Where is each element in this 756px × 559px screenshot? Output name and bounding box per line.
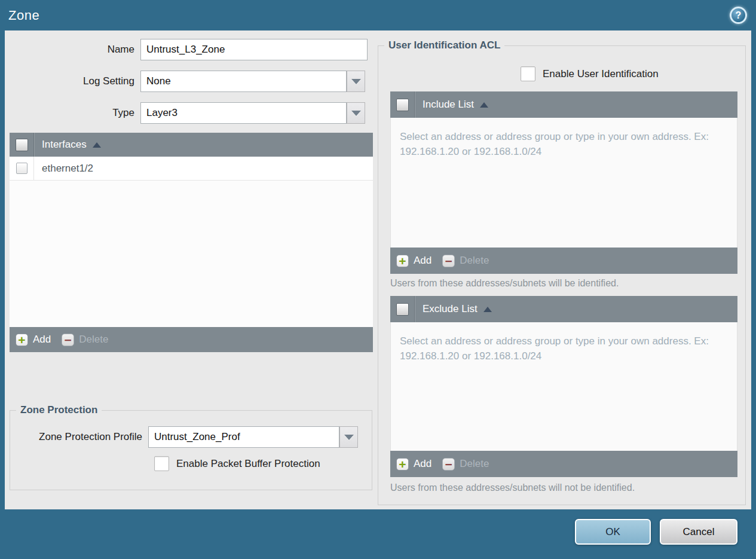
chevron-down-icon [351,111,361,116]
dialog-titlebar: Zone ? [0,0,756,30]
name-input[interactable] [140,39,368,60]
delete-interface-button[interactable]: − Delete [62,334,108,346]
plus-icon: + [396,458,409,471]
type-dropdown-button[interactable] [347,102,365,124]
plus-icon: + [396,255,409,267]
row-checkbox[interactable] [16,163,27,174]
log-setting-row: Log Setting None [5,71,365,92]
delete-include-address-button[interactable]: − Delete [442,255,489,267]
exclude-list-header: Exclude List [390,296,737,322]
help-icon[interactable]: ? [730,7,747,24]
type-combobox[interactable]: Layer3 [140,102,347,124]
include-list-header: Include List [390,91,737,118]
exclude-list-note: Users from these addresses/subnets will … [390,482,635,493]
log-setting-label: Log Setting [5,75,140,87]
interfaces-table-body: ethernet1/2 [10,157,373,327]
interface-name: ethernet1/2 [42,163,93,175]
add-label: Add [414,255,431,267]
chevron-down-icon [351,79,361,84]
select-all-checkbox[interactable] [16,139,28,151]
zone-protection-section: Zone Protection Zone Protection Profile … [10,410,372,490]
include-list-note: Users from these addresses/subnets will … [390,278,619,289]
minus-icon: − [442,255,455,267]
user-identification-acl-legend: User Identification ACL [384,39,504,51]
include-header-checkbox-cell [390,91,415,118]
minus-icon: − [442,458,455,471]
sort-ascending-icon[interactable] [480,102,488,108]
delete-label: Delete [460,458,489,470]
log-setting-combobox[interactable]: None [140,71,347,92]
zone-dialog: Zone ? Name Log Setting None Type Layer3 [0,0,756,559]
include-list-table: Include List Select an address or addres… [390,91,737,274]
type-label: Type [5,107,140,119]
exclude-list-table: Exclude List Select an address or addres… [390,296,737,477]
row-checkbox-cell [10,157,34,180]
include-list-placeholder: Select an address or address group or ty… [391,118,737,159]
chevron-down-icon [344,435,354,440]
type-row: Type Layer3 [5,102,365,124]
enable-packet-buffer-protection-checkbox[interactable] [154,456,169,471]
zone-protection-profile-label: Zone Protection Profile [10,431,148,443]
zone-protection-legend: Zone Protection [16,404,102,416]
interfaces-table-header: Interfaces [10,133,373,157]
plus-icon: + [16,334,28,346]
select-all-checkbox[interactable] [396,99,409,111]
packet-buffer-protection-label: Enable Packet Buffer Protection [176,458,320,470]
cancel-button[interactable]: Cancel [660,519,737,545]
exclude-header-checkbox-cell [390,296,415,322]
interfaces-table: Interfaces ethernet1/2 + Add − De [10,133,373,352]
sort-ascending-icon[interactable] [93,142,101,148]
add-interface-button[interactable]: + Add [16,334,51,346]
add-label: Add [414,458,431,470]
zone-protection-profile-dropdown-button[interactable] [339,426,358,448]
add-include-address-button[interactable]: + Add [396,255,431,267]
select-all-checkbox[interactable] [396,303,409,316]
exclude-list-column-header[interactable]: Exclude List [423,303,478,315]
include-list-footer: + Add − Delete [390,248,737,274]
zone-protection-profile-row: Zone Protection Profile Untrust_Zone_Pro… [10,426,358,448]
user-identification-acl-section: User Identification ACL Enable User Iden… [378,45,746,505]
packet-buffer-protection-row: Enable Packet Buffer Protection [154,456,320,471]
interfaces-column-header[interactable]: Interfaces [42,139,87,151]
enable-user-identification-checkbox[interactable] [521,66,535,81]
include-list-column-header[interactable]: Include List [423,99,474,111]
delete-label: Delete [79,334,108,346]
delete-label: Delete [460,255,489,267]
ok-button[interactable]: OK [575,519,651,545]
add-exclude-address-button[interactable]: + Add [396,458,431,471]
interfaces-table-footer: + Add − Delete [10,327,373,352]
dialog-title: Zone [8,8,39,23]
exclude-list-placeholder: Select an address or address group or ty… [391,322,737,363]
include-list-body: Select an address or address group or ty… [390,118,737,248]
enable-user-identification-row: Enable User Identification [521,66,659,81]
sort-ascending-icon[interactable] [483,307,492,312]
delete-exclude-address-button[interactable]: − Delete [442,458,489,471]
dialog-body: Name Log Setting None Type Layer3 [5,30,751,509]
add-label: Add [33,334,51,346]
name-row: Name [5,39,368,60]
minus-icon: − [62,334,74,346]
exclude-list-body: Select an address or address group or ty… [390,322,737,451]
interfaces-header-checkbox-cell [10,133,34,157]
table-row[interactable]: ethernet1/2 [10,157,373,181]
exclude-list-footer: + Add − Delete [390,451,737,477]
zone-protection-profile-combobox[interactable]: Untrust_Zone_Prof [148,426,339,448]
name-label: Name [5,44,140,56]
log-setting-dropdown-button[interactable] [347,71,365,92]
enable-user-identification-label: Enable User Identification [543,68,659,80]
